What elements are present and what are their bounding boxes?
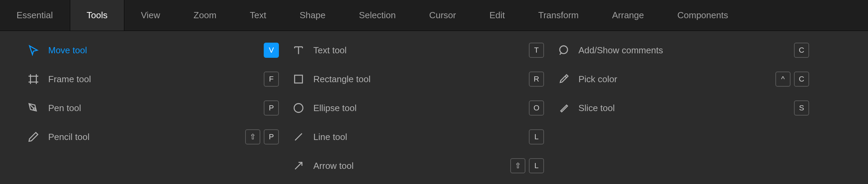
tool-row-line-tool[interactable]: Line toolL: [293, 128, 558, 146]
pen-icon: [28, 102, 48, 114]
tab-components[interactable]: Components: [661, 0, 745, 31]
key-badge: V: [264, 43, 279, 58]
key-badge: C: [794, 72, 809, 87]
tool-label: Add/Show comments: [578, 45, 794, 56]
shortcut-keys: T: [529, 43, 544, 58]
tab-bar: EssentialToolsViewZoomTextShapeSelection…: [0, 0, 868, 31]
arrow-icon: [293, 160, 313, 172]
tool-row-pen-tool[interactable]: Pen toolP: [28, 99, 293, 117]
tool-row-rectangle-tool[interactable]: Rectangle toolR: [293, 70, 558, 88]
shortcut-keys: R: [529, 72, 544, 87]
tab-cursor[interactable]: Cursor: [412, 0, 473, 31]
line-icon: [293, 131, 313, 143]
shortcut-keys: C: [794, 43, 809, 58]
svg-point-4: [33, 108, 35, 110]
text-icon: [293, 44, 313, 56]
shortcut-keys: F: [264, 72, 279, 87]
tools-content: Move toolVFrame toolFPen toolPPencil too…: [0, 31, 868, 184]
move-icon: [28, 44, 48, 56]
shortcut-keys: L: [529, 129, 544, 144]
key-badge: F: [264, 72, 279, 87]
tool-row-pencil-tool[interactable]: Pencil tool⇧P: [28, 128, 293, 146]
tool-label: Ellipse tool: [313, 103, 529, 113]
key-badge: L: [529, 129, 544, 144]
svg-rect-9: [295, 75, 303, 83]
tool-row-move-tool[interactable]: Move toolV: [28, 41, 293, 59]
tool-label: Slice tool: [578, 103, 794, 113]
tool-label: Move tool: [48, 45, 264, 56]
tab-zoom[interactable]: Zoom: [177, 0, 233, 31]
tool-row-add-show-comments[interactable]: Add/Show commentsC: [558, 41, 823, 59]
tool-label: Text tool: [313, 45, 529, 56]
shortcut-keys: O: [529, 100, 544, 116]
tab-edit[interactable]: Edit: [473, 0, 522, 31]
key-badge: ^: [775, 72, 791, 87]
svg-line-12: [295, 162, 302, 169]
tab-essential[interactable]: Essential: [0, 0, 70, 31]
tool-row-frame-tool[interactable]: Frame toolF: [28, 70, 293, 88]
key-badge: P: [264, 129, 279, 144]
tool-row-arrow-tool[interactable]: Arrow tool⇧L: [293, 157, 558, 175]
svg-point-10: [294, 104, 303, 112]
key-badge: C: [794, 43, 809, 58]
tool-label: Rectangle tool: [313, 74, 529, 85]
ellipse-icon: [293, 102, 313, 114]
rectangle-icon: [293, 73, 313, 85]
eyedropper-icon: [558, 73, 578, 85]
tool-row-ellipse-tool[interactable]: Ellipse toolO: [293, 99, 558, 117]
slice-icon: [558, 102, 578, 114]
shortcut-keys: ⇧P: [245, 129, 279, 144]
tool-label: Pencil tool: [48, 132, 245, 142]
tab-shape[interactable]: Shape: [283, 0, 342, 31]
tool-label: Pick color: [578, 74, 775, 85]
tools-column-1: Move toolVFrame toolFPen toolPPencil too…: [28, 41, 293, 175]
tool-row-pick-color[interactable]: Pick color^C: [558, 70, 823, 88]
shortcut-keys: ⇧L: [510, 158, 544, 173]
frame-icon: [28, 73, 48, 85]
tools-column-3: Add/Show commentsCPick color^CSlice tool…: [558, 41, 823, 175]
svg-line-11: [295, 133, 302, 140]
tab-text[interactable]: Text: [233, 0, 283, 31]
tool-label: Frame tool: [48, 74, 264, 85]
pencil-icon: [28, 131, 48, 143]
key-badge: R: [529, 72, 544, 87]
tab-tools[interactable]: Tools: [70, 0, 125, 31]
shortcut-keys: V: [264, 43, 279, 58]
svg-line-14: [565, 76, 566, 78]
tool-label: Line tool: [313, 132, 529, 142]
tab-arrange[interactable]: Arrange: [596, 0, 661, 31]
tab-transform[interactable]: Transform: [522, 0, 596, 31]
tools-column-2: Text toolTRectangle toolREllipse toolOLi…: [293, 41, 558, 175]
tab-view[interactable]: View: [124, 0, 177, 31]
key-badge: T: [529, 43, 544, 58]
comment-icon: [558, 44, 578, 56]
key-badge: ⇧: [510, 158, 525, 173]
tool-label: Pen tool: [48, 103, 264, 113]
svg-point-13: [560, 46, 568, 54]
tool-row-text-tool[interactable]: Text toolT: [293, 41, 558, 59]
shortcut-keys: P: [264, 100, 279, 116]
key-badge: P: [264, 100, 279, 116]
shortcut-keys: S: [794, 100, 809, 116]
tool-label: Arrow tool: [313, 161, 510, 171]
key-badge: O: [529, 100, 544, 116]
tab-selection[interactable]: Selection: [342, 0, 412, 31]
key-badge: S: [794, 100, 809, 116]
key-badge: L: [529, 158, 544, 173]
tool-row-slice-tool[interactable]: Slice toolS: [558, 99, 823, 117]
shortcut-keys: ^C: [775, 72, 809, 87]
key-badge: ⇧: [245, 129, 260, 144]
